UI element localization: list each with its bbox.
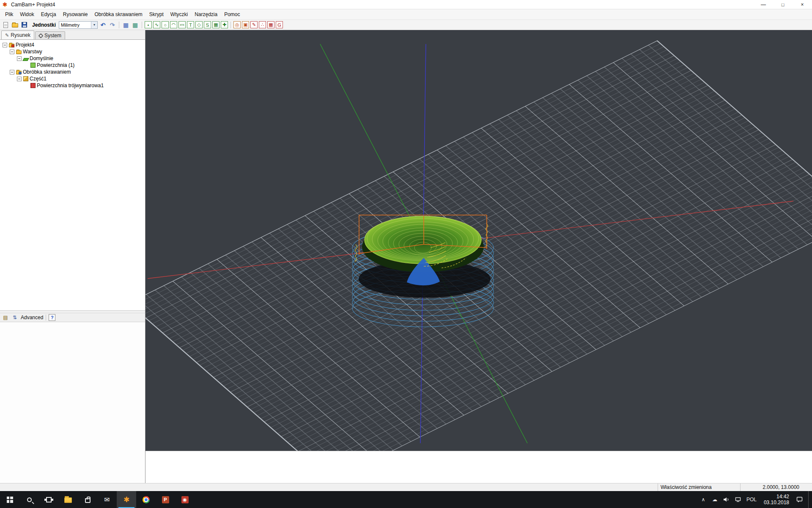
clock-time: 14:42 xyxy=(764,494,789,500)
transform-button[interactable]: ✚ xyxy=(221,21,228,28)
menu-item-pomoc[interactable]: Pomoc xyxy=(221,10,243,19)
tree-item-warstwy[interactable]: Warstwy xyxy=(10,48,145,55)
help-icon[interactable]: ? xyxy=(49,314,55,321)
part-icon xyxy=(23,76,28,81)
minimize-button[interactable]: — xyxy=(754,0,773,9)
chrome-icon xyxy=(143,496,150,503)
task-view-button[interactable] xyxy=(39,491,58,508)
action-center-icon[interactable] xyxy=(796,497,803,502)
units-dropdown[interactable]: Milimetry ▾ xyxy=(59,21,98,29)
draw-polyline-button[interactable]: ∿ xyxy=(153,21,160,28)
machined-surface xyxy=(359,216,491,298)
close-button[interactable]: × xyxy=(793,0,812,9)
show-desktop-button[interactable] xyxy=(808,491,810,508)
advanced-label[interactable]: Advanced xyxy=(21,315,43,320)
cam-pocket-button[interactable]: ▣ xyxy=(242,21,249,28)
tree-expander[interactable] xyxy=(10,70,14,75)
language-indicator[interactable]: POL xyxy=(746,497,757,502)
menu-item-obrobka-skrawaniem[interactable]: Obróbka skrawaniem xyxy=(91,10,145,19)
tree-expander[interactable] xyxy=(17,56,22,61)
property-grid-empty xyxy=(0,322,145,483)
draw-text-button[interactable]: T xyxy=(187,21,194,28)
surface3d-op-icon xyxy=(30,83,36,88)
network-icon[interactable] xyxy=(735,497,741,502)
search-button[interactable] xyxy=(19,491,39,508)
tree-item-domyslnie[interactable]: Domyślnie xyxy=(17,55,145,62)
menu-item-edycja[interactable]: Edycja xyxy=(38,10,60,19)
menu-item-plik[interactable]: Plik xyxy=(2,10,16,19)
viewport-canvas[interactable] xyxy=(145,30,812,451)
menu-item-skrypt[interactable]: Skrypt xyxy=(146,10,167,19)
draw-spline-button[interactable]: S xyxy=(204,21,211,28)
tree-item-powierzchnia[interactable]: Powierzchnia (1) xyxy=(24,62,145,69)
viewport-3d[interactable] xyxy=(145,30,812,451)
menu-item-widok[interactable]: Widok xyxy=(16,10,37,19)
folder-icon xyxy=(64,497,72,503)
grid-toggle-button[interactable]: ▦ xyxy=(131,21,139,29)
cam-gcode-button[interactable]: G xyxy=(276,21,283,28)
mail-icon: ✉ xyxy=(104,496,110,504)
sidebar-tabs: ✎ Rysunek System xyxy=(0,30,145,39)
start-button[interactable] xyxy=(0,491,19,508)
menubar: Plik Widok Edycja Rysowanie Obróbka skra… xyxy=(0,9,812,20)
maximize-button[interactable]: □ xyxy=(773,0,793,9)
cambam-taskbar-button[interactable]: ✱ xyxy=(117,491,136,508)
cam-drill-button[interactable]: ∴ xyxy=(259,21,266,28)
menu-item-rysowanie[interactable]: Rysowanie xyxy=(60,10,91,19)
tree-item-powierzchnia-trojwymiarowa[interactable]: Powierzchnia trójwymiarowa1 xyxy=(24,82,145,89)
titlebar: ✱ CamBam+ Projekt4 — □ × xyxy=(0,0,812,9)
chrome-button[interactable] xyxy=(136,491,156,508)
pencil-icon: ✎ xyxy=(5,33,9,38)
volume-icon[interactable] xyxy=(723,497,730,502)
task-view-icon xyxy=(46,497,52,502)
tree-expander[interactable] xyxy=(3,43,7,47)
app-button-2[interactable]: ◉ xyxy=(175,491,195,508)
cam-surface3d-button[interactable]: ▦ xyxy=(267,21,274,28)
tab-system[interactable]: System xyxy=(35,31,65,39)
tree-item-projekt4[interactable]: Projekt4 xyxy=(3,41,145,48)
categorize-icon[interactable]: ▤ xyxy=(2,314,9,321)
cam-profile-button[interactable]: ◎ xyxy=(233,21,241,28)
mail-button[interactable]: ✉ xyxy=(97,491,117,508)
status-message: Właściwość zmieniona xyxy=(658,483,740,491)
tab-rysunek[interactable]: ✎ Rysunek xyxy=(1,30,34,39)
draw-rectangle-button[interactable]: ▭ xyxy=(178,21,186,28)
undo-button[interactable]: ↶ xyxy=(99,21,107,29)
clock[interactable]: 14:42 03.10.2018 xyxy=(762,494,791,505)
store-button[interactable] xyxy=(78,491,97,508)
draw-arc-button[interactable]: ◠ xyxy=(170,21,177,28)
cloud-icon[interactable]: ☁ xyxy=(712,497,718,502)
grid-toggle-icon: ▦ xyxy=(132,22,138,28)
redo-button[interactable]: ↷ xyxy=(108,21,116,29)
grid-snap-button[interactable]: ▦ xyxy=(122,21,130,29)
tree-expander[interactable] xyxy=(17,77,22,81)
sort-az-icon[interactable]: ⇅ xyxy=(11,314,18,321)
file-explorer-button[interactable] xyxy=(58,491,78,508)
window-title: CamBam+ Projekt4 xyxy=(11,2,55,8)
tray-expand-icon[interactable]: ∧ xyxy=(700,497,706,502)
machining-folder-icon xyxy=(16,71,22,75)
chevron-down-icon[interactable]: ▾ xyxy=(91,22,97,28)
tree-item-czesc1[interactable]: Część1 xyxy=(17,75,145,82)
draw-point-button[interactable]: • xyxy=(145,21,152,28)
new-file-button[interactable] xyxy=(2,21,10,29)
save-file-button[interactable] xyxy=(20,21,28,29)
menu-item-wtyczki[interactable]: Wtyczki xyxy=(167,10,191,19)
tree-expander[interactable] xyxy=(10,50,14,54)
app-button-1[interactable]: P xyxy=(156,491,175,508)
status-coordinates: 2.0000, 13.0000 xyxy=(740,483,812,491)
system-tray: ∧ ☁ POL 14:42 03.10.2018 xyxy=(700,491,812,508)
screen: ✱ CamBam+ Projekt4 — □ × Plik Widok Edyc… xyxy=(0,0,812,508)
draw-polygon-button[interactable]: ◇ xyxy=(195,21,203,28)
right-column xyxy=(145,30,812,483)
taskbar: ✉ ✱ P ◉ ∧ ☁ POL 14:42 03.10.2018 xyxy=(0,491,812,508)
open-file-button[interactable] xyxy=(11,21,19,29)
draw-surface-button[interactable]: ▦ xyxy=(212,21,219,28)
cam-engrave-button[interactable]: ✎ xyxy=(250,21,258,28)
statusbar: Właściwość zmieniona 2.0000, 13.0000 xyxy=(0,483,812,491)
menu-item-narzedzia[interactable]: Narzędzia xyxy=(191,10,221,19)
draw-circle-button[interactable]: ○ xyxy=(162,21,169,28)
separator xyxy=(46,315,46,320)
app-logo-icon: ✱ xyxy=(3,1,9,8)
tree-item-obrobka-skrawaniem[interactable]: Obróbka skrawaniem xyxy=(10,69,145,75)
